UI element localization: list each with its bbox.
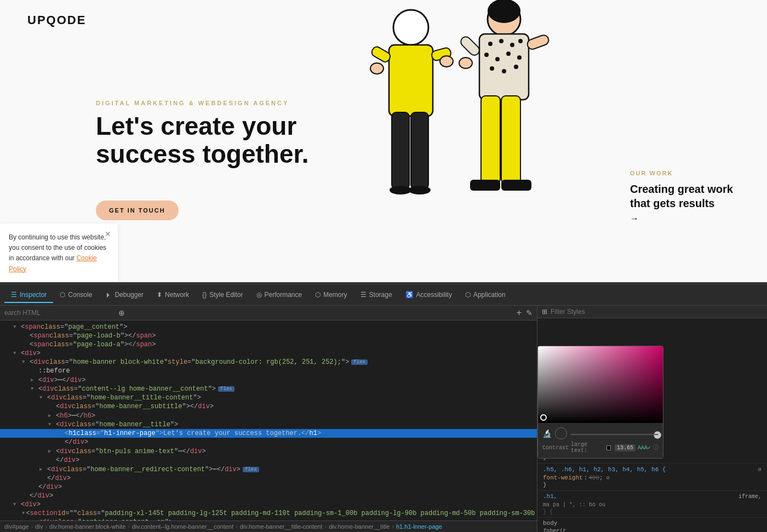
svg-rect-12 — [479, 34, 529, 100]
html-search-input[interactable] — [4, 309, 114, 317]
breadcrumb-item[interactable]: div.home-banner__title — [329, 523, 390, 530]
svg-point-19 — [506, 52, 511, 56]
breadcrumb-item[interactable]: div.home-banner.block-white — [49, 523, 125, 530]
tab-performance[interactable]: ◎ Performance — [250, 288, 309, 303]
devtools-content: ⊕ + ✎ ▼ <span class="page__content " > <… — [0, 306, 767, 532]
tab-application[interactable]: ⬡ Application — [459, 288, 512, 303]
tab-network[interactable]: ⬍ Network — [150, 288, 196, 303]
color-preview — [555, 427, 567, 439]
hue-thumb[interactable] — [654, 431, 661, 439]
style-filter-bar: ⊞ — [537, 306, 767, 318]
cta-button[interactable]: GET IN TOUCH — [96, 201, 179, 220]
contrast-value: 13.65 — [615, 444, 636, 451]
html-line: <span class="page-load-b " ></span> — [0, 331, 537, 340]
html-breadcrumb: div#page › div › div.home-banner.block-w… — [0, 520, 537, 532]
style-selector: .h1, iframe, — [543, 493, 762, 500]
contrast-swatch[interactable] — [606, 445, 611, 450]
color-sliders: 🔬 — [542, 427, 659, 439]
breadcrumb-item[interactable]: div — [35, 523, 43, 530]
html-line: </div> — [0, 483, 537, 491]
color-controls: 🔬 Contrast large text: — [538, 423, 663, 458]
color-cursor[interactable] — [540, 414, 547, 421]
debugger-icon: ⏵ — [105, 291, 112, 299]
breadcrumb-item-active[interactable]: h1.h1-inner-page — [396, 523, 442, 530]
html-line: </div> — [0, 474, 537, 483]
svg-rect-27 — [501, 180, 531, 191]
devtools-resize-handle[interactable] — [0, 282, 767, 285]
html-line: <div class="home-banner__subtitle"></div… — [0, 402, 537, 411]
tab-console[interactable]: ⬡ Console — [53, 288, 99, 303]
html-line: </div> — [0, 438, 537, 447]
tab-debugger[interactable]: ⏵ Debugger — [99, 288, 150, 303]
devtools-panel: ☰ Inspector ⬡ Console ⏵ Debugger ⬍ Netwo… — [0, 285, 767, 532]
cookie-notice: ✕ By continuing to use this website, you… — [0, 224, 118, 283]
style-prop-row: Inherit — [543, 528, 762, 532]
hero-title: Let's create your success together. — [96, 112, 309, 168]
storage-icon: ☰ — [360, 291, 367, 299]
figure-left-illustration — [362, 5, 460, 236]
html-add-node-button[interactable]: + — [517, 308, 522, 318]
svg-rect-26 — [470, 180, 500, 191]
svg-point-11 — [488, 0, 520, 23]
style-rule: body Inherit — [537, 518, 767, 532]
site-logo: UPQODE — [27, 13, 86, 27]
svg-point-15 — [510, 43, 514, 47]
our-work-arrow[interactable]: → — [630, 214, 751, 224]
style-selector: body — [543, 520, 762, 527]
style-rule: .h5, .h6, h1, h2, h3, h4, h5, h6 { ⊘ fon… — [537, 464, 767, 491]
html-line: ▼ <div class="home-banner__title-content… — [0, 393, 537, 402]
html-line-selected[interactable]: <h1 class="h1-inner-page"> Let's create … — [0, 429, 537, 438]
html-tree: ▼ <span class="page__content " > <span c… — [0, 321, 537, 520]
style-filter-toggle[interactable]: ⊘ — [758, 466, 762, 473]
application-icon: ⬡ — [465, 291, 471, 299]
breadcrumb-item[interactable]: div.home-banner__title-content — [240, 523, 323, 530]
html-line: ▼ <div> — [0, 500, 537, 509]
style-content: 🔬 Contrast large text: — [537, 318, 767, 532]
tab-memory[interactable]: ⬡ Memory — [308, 288, 353, 303]
svg-rect-2 — [370, 45, 392, 64]
contrast-info-icon[interactable]: ⓘ — [653, 444, 659, 451]
tab-storage[interactable]: ☰ Storage — [354, 288, 399, 303]
breadcrumb-item[interactable]: div#page — [4, 523, 29, 530]
html-panel: ⊕ + ✎ ▼ <span class="page__content " > <… — [0, 306, 537, 532]
svg-point-17 — [484, 53, 489, 57]
figure-right-illustration — [449, 0, 559, 236]
memory-icon: ⬡ — [315, 291, 320, 299]
svg-rect-29 — [526, 34, 550, 51]
svg-rect-6 — [392, 112, 409, 189]
network-icon: ⬍ — [157, 291, 162, 299]
html-line: ::before — [0, 367, 537, 375]
website-preview: UPQODE DIGITAL MARKETING & WEBDESIGN AGE… — [0, 0, 767, 285]
svg-point-18 — [495, 57, 500, 61]
color-gradient[interactable] — [538, 346, 663, 423]
filter-icon: ⊞ — [542, 308, 547, 316]
eyedropper-button[interactable]: 🔬 — [542, 429, 552, 438]
tab-accessibility[interactable]: ♿ Accessibility — [399, 288, 459, 303]
style-rule: .h1, iframe, ma pa | *, :: bo ou } { — [537, 491, 767, 518]
style-override-icon: ⊘ — [606, 474, 610, 481]
cookie-close-button[interactable]: ✕ — [105, 228, 111, 240]
illustration-area — [340, 0, 614, 236]
html-pick-element-button[interactable]: ⊕ — [118, 308, 125, 317]
html-line: ▼ <section id="" class="padding-xl-145t … — [0, 509, 537, 518]
html-line: ▼ <div> — [0, 349, 537, 358]
svg-point-0 — [393, 10, 428, 45]
color-picker: 🔬 Contrast large text: — [537, 346, 663, 459]
hero-subtitle: DIGITAL MARKETING & WEBDESIGN AGENCY — [96, 100, 289, 106]
html-line: ▼ <div class="home-banner block-white" s… — [0, 358, 537, 367]
svg-rect-25 — [501, 96, 520, 184]
our-work-text: Creating great work that gets results — [630, 182, 751, 210]
svg-point-9 — [409, 186, 431, 195]
breadcrumb-item[interactable]: div.content--lg.home-banner__content — [132, 523, 233, 530]
contrast-info: Contrast large text: 13.65 AAA✓ ⓘ — [542, 442, 659, 454]
html-screenshot-button[interactable]: ✎ — [526, 308, 533, 317]
svg-point-14 — [499, 39, 503, 43]
style-prop-row: font-weight : 400 ; ⊘ — [543, 474, 762, 482]
svg-point-13 — [488, 42, 493, 46]
alpha-slider[interactable] — [570, 434, 659, 435]
tab-style-editor[interactable]: {} Style Editor — [196, 288, 249, 303]
html-line: </div> — [0, 456, 537, 465]
svg-point-21 — [490, 66, 494, 71]
style-filter-input[interactable] — [551, 308, 763, 316]
tab-inspector[interactable]: ☰ Inspector — [4, 288, 53, 303]
